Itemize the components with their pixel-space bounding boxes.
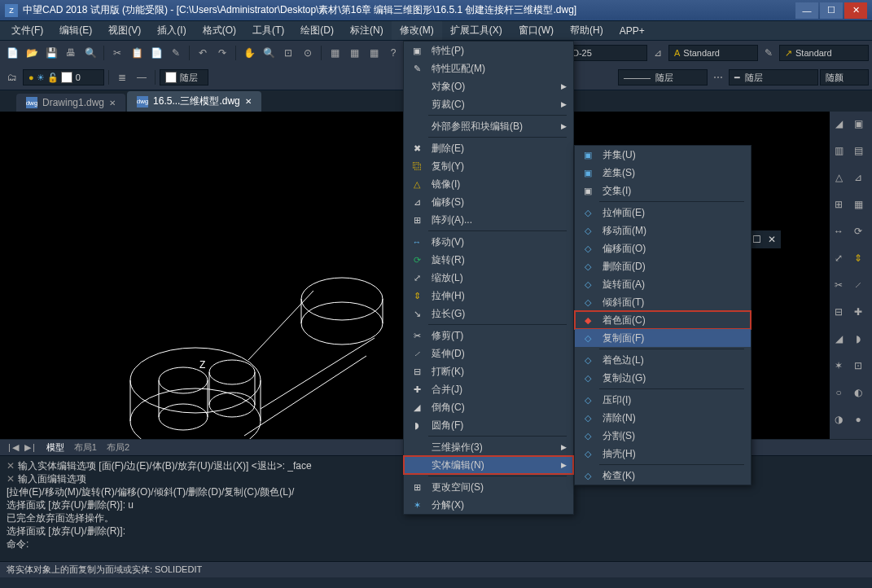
- panel-close-icon[interactable]: ✕: [768, 234, 776, 245]
- menu-文件(F)[interactable]: 文件(F): [3, 21, 51, 40]
- menu-item-更改空间(S)[interactable]: ⊞更改空间(S): [404, 478, 573, 496]
- menu-item-移动面(M)[interactable]: ◇移动面(M): [575, 222, 751, 239]
- open-icon[interactable]: 📂: [23, 44, 41, 62]
- menu-item-偏移面(O)[interactable]: ◇偏移面(O): [575, 239, 751, 257]
- menu-item-检查(K)[interactable]: ◇检查(K): [575, 467, 751, 485]
- table-style-select[interactable]: ↗Standard: [779, 45, 869, 61]
- tool-icon[interactable]: ⇕: [849, 249, 867, 267]
- copy-icon[interactable]: 📋: [128, 44, 146, 62]
- menu-item-修剪(T)[interactable]: ✂修剪(T): [404, 327, 573, 344]
- menu-item-交集(I)[interactable]: ▣交集(I): [575, 182, 751, 200]
- zoom-window-icon[interactable]: ⊡: [279, 44, 297, 62]
- menu-item-并集(U)[interactable]: ▣并集(U): [575, 146, 751, 164]
- menu-item-清除(N)[interactable]: ◇清除(N): [575, 409, 751, 427]
- menu-item-倒角(C)[interactable]: ◢倒角(C): [404, 398, 573, 416]
- menu-item-圆角(F)[interactable]: ◗圆角(F): [404, 416, 573, 434]
- tool-icon[interactable]: ◢: [830, 330, 848, 348]
- layout-tab-2[interactable]: 布局2: [107, 441, 129, 454]
- menu-item-剪裁(C)[interactable]: 剪裁(C)▶: [404, 95, 573, 113]
- tool-icon[interactable]: △: [830, 169, 848, 186]
- tool-icon[interactable]: ⟳: [849, 222, 867, 240]
- calc-icon[interactable]: ▦: [345, 44, 363, 62]
- menu-item-特性匹配(M)[interactable]: ✎特性匹配(M): [404, 59, 573, 77]
- tool-icon[interactable]: ◢: [830, 115, 848, 133]
- menu-item-特性(P)[interactable]: ▣特性(P): [404, 42, 573, 59]
- dim-icon[interactable]: ⊿: [649, 44, 667, 62]
- tool-icon[interactable]: ✶: [830, 357, 848, 375]
- tool-icon[interactable]: ▣: [849, 115, 867, 133]
- menu-item-移动(V)[interactable]: ↔移动(V): [404, 233, 573, 251]
- panel-restore-icon[interactable]: ☐: [752, 234, 761, 245]
- tool-icon[interactable]: ▥: [830, 142, 848, 160]
- line-icon[interactable]: —: [133, 68, 151, 86]
- menu-item-分割(S)[interactable]: ◇分割(S): [575, 427, 751, 445]
- undo-icon[interactable]: ↶: [194, 44, 212, 62]
- menu-item-复制面(F)[interactable]: ◇复制面(F): [575, 329, 751, 347]
- menu-item-外部参照和块编辑(B)[interactable]: 外部参照和块编辑(B)▶: [404, 117, 573, 135]
- tool-icon[interactable]: ▦: [849, 195, 867, 213]
- menu-item-复制边(G)[interactable]: ◇复制边(G): [575, 369, 751, 387]
- document-tab[interactable]: dwgDrawing1.dwg✕: [16, 94, 125, 112]
- document-tab[interactable]: dwg16.5...三维模型.dwg✕: [127, 91, 261, 112]
- layout-tab-model[interactable]: 模型: [46, 441, 64, 454]
- tool-icon[interactable]: ✚: [849, 303, 867, 321]
- menu-格式(O)[interactable]: 格式(O): [195, 21, 244, 40]
- menu-item-差集(S)[interactable]: ▣差集(S): [575, 164, 751, 182]
- tool-icon[interactable]: ◐: [849, 384, 867, 402]
- print-icon[interactable]: 🖶: [62, 44, 80, 62]
- match-icon[interactable]: ✎: [167, 44, 185, 62]
- tool-icon[interactable]: ▤: [849, 142, 867, 160]
- tool-icon[interactable]: ⊿: [849, 169, 867, 186]
- menu-扩展工具(X)[interactable]: 扩展工具(X): [442, 21, 510, 40]
- lineweight-select[interactable]: ━随层: [729, 69, 818, 86]
- pan-icon[interactable]: ✋: [240, 44, 258, 62]
- menu-item-删除(E)[interactable]: ✖删除(E): [404, 139, 573, 157]
- layer-select[interactable]: ●☀🔓0: [23, 69, 104, 86]
- tool-icon[interactable]: ⊡: [849, 357, 867, 375]
- menu-视图(V)[interactable]: 视图(V): [100, 21, 149, 40]
- layout-nav-arrows[interactable]: |◀ ▶|: [8, 442, 37, 453]
- menu-item-压印(I)[interactable]: ◇压印(I): [575, 391, 751, 409]
- tool1-icon[interactable]: ▦: [365, 44, 383, 62]
- color-bylayer-select[interactable]: 随层: [160, 69, 208, 86]
- menu-item-抽壳(H)[interactable]: ◇抽壳(H): [575, 445, 751, 463]
- minimize-button[interactable]: —: [795, 2, 818, 19]
- layer-mgr-icon[interactable]: 🗂: [3, 68, 21, 86]
- menu-item-对象(O)[interactable]: 对象(O)▶: [404, 77, 573, 95]
- menu-item-缩放(L)[interactable]: ⤢缩放(L): [404, 269, 573, 287]
- zoom-icon[interactable]: 🔍: [260, 44, 278, 62]
- tool-icon[interactable]: ○: [830, 384, 848, 402]
- menu-item-删除面(D)[interactable]: ◇删除面(D): [575, 257, 751, 275]
- menu-帮助(H)[interactable]: 帮助(H): [562, 21, 611, 40]
- cut-icon[interactable]: ✂: [108, 44, 126, 62]
- menu-item-倾斜面(T)[interactable]: ◇倾斜面(T): [575, 293, 751, 311]
- menu-绘图(D)[interactable]: 绘图(D): [292, 21, 342, 40]
- menu-item-延伸(D)[interactable]: ⟋延伸(D): [404, 344, 573, 362]
- menu-item-拉伸面(E)[interactable]: ◇拉伸面(E): [575, 204, 751, 222]
- properties-icon[interactable]: ▦: [326, 44, 344, 62]
- tool-icon[interactable]: ◑: [830, 410, 848, 428]
- menu-修改(M)[interactable]: 修改(M): [392, 21, 442, 40]
- tab-close-icon[interactable]: ✕: [109, 99, 116, 108]
- style-icon[interactable]: ✎: [760, 44, 778, 62]
- close-button[interactable]: ✕: [844, 2, 867, 19]
- menu-窗口(W)[interactable]: 窗口(W): [510, 21, 562, 40]
- tool-icon[interactable]: ↔: [830, 222, 848, 240]
- layers-icon[interactable]: ≣: [113, 68, 131, 86]
- menu-item-镜像(I)[interactable]: △镜像(I): [404, 175, 573, 193]
- menu-item-三维操作(3)[interactable]: 三维操作(3)▶: [404, 438, 573, 456]
- linetype-select[interactable]: ———随层: [618, 69, 708, 86]
- menu-item-复制(Y)[interactable]: ⿻复制(Y): [404, 157, 573, 175]
- tool-icon[interactable]: ◗: [849, 330, 867, 348]
- menu-item-打断(K)[interactable]: ⊟打断(K): [404, 362, 573, 380]
- linetype-icon[interactable]: ⋯: [709, 68, 727, 86]
- menu-item-拉长(G)[interactable]: ↘拉长(G): [404, 305, 573, 323]
- menu-item-分解(X)[interactable]: ✶分解(X): [404, 496, 573, 514]
- new-icon[interactable]: 📄: [3, 44, 21, 62]
- save-icon[interactable]: 💾: [42, 44, 60, 62]
- tool-icon[interactable]: ●: [849, 410, 867, 428]
- menu-item-实体编辑(N)[interactable]: 实体编辑(N)▶: [404, 456, 573, 474]
- preview-icon[interactable]: 🔍: [81, 44, 99, 62]
- redo-icon[interactable]: ↷: [213, 44, 231, 62]
- menu-插入(I)[interactable]: 插入(I): [149, 21, 194, 40]
